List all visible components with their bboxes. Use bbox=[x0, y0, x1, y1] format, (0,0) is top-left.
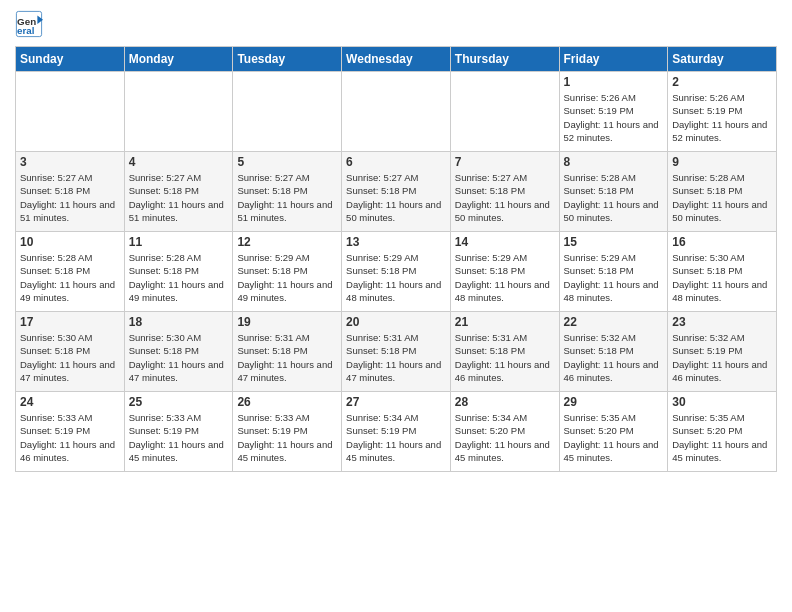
calendar-cell: 29Sunrise: 5:35 AM Sunset: 5:20 PM Dayli… bbox=[559, 392, 668, 472]
calendar-cell: 11Sunrise: 5:28 AM Sunset: 5:18 PM Dayli… bbox=[124, 232, 233, 312]
calendar-cell: 30Sunrise: 5:35 AM Sunset: 5:20 PM Dayli… bbox=[668, 392, 777, 472]
day-number: 10 bbox=[20, 235, 120, 249]
day-number: 23 bbox=[672, 315, 772, 329]
cell-info: Sunrise: 5:28 AM Sunset: 5:18 PM Dayligh… bbox=[129, 251, 229, 304]
day-number: 2 bbox=[672, 75, 772, 89]
calendar-cell: 18Sunrise: 5:30 AM Sunset: 5:18 PM Dayli… bbox=[124, 312, 233, 392]
calendar-cell bbox=[450, 72, 559, 152]
day-number: 3 bbox=[20, 155, 120, 169]
calendar-cell: 22Sunrise: 5:32 AM Sunset: 5:18 PM Dayli… bbox=[559, 312, 668, 392]
cell-info: Sunrise: 5:35 AM Sunset: 5:20 PM Dayligh… bbox=[564, 411, 664, 464]
cell-info: Sunrise: 5:26 AM Sunset: 5:19 PM Dayligh… bbox=[564, 91, 664, 144]
week-row-2: 3Sunrise: 5:27 AM Sunset: 5:18 PM Daylig… bbox=[16, 152, 777, 232]
cell-info: Sunrise: 5:30 AM Sunset: 5:18 PM Dayligh… bbox=[20, 331, 120, 384]
calendar-cell: 21Sunrise: 5:31 AM Sunset: 5:18 PM Dayli… bbox=[450, 312, 559, 392]
calendar-cell: 17Sunrise: 5:30 AM Sunset: 5:18 PM Dayli… bbox=[16, 312, 125, 392]
calendar-cell: 2Sunrise: 5:26 AM Sunset: 5:19 PM Daylig… bbox=[668, 72, 777, 152]
cell-info: Sunrise: 5:30 AM Sunset: 5:18 PM Dayligh… bbox=[129, 331, 229, 384]
day-number: 25 bbox=[129, 395, 229, 409]
logo: Gen eral bbox=[15, 10, 47, 38]
calendar-cell: 19Sunrise: 5:31 AM Sunset: 5:18 PM Dayli… bbox=[233, 312, 342, 392]
weekday-friday: Friday bbox=[559, 47, 668, 72]
day-number: 28 bbox=[455, 395, 555, 409]
calendar-cell: 12Sunrise: 5:29 AM Sunset: 5:18 PM Dayli… bbox=[233, 232, 342, 312]
cell-info: Sunrise: 5:26 AM Sunset: 5:19 PM Dayligh… bbox=[672, 91, 772, 144]
weekday-monday: Monday bbox=[124, 47, 233, 72]
calendar-cell bbox=[233, 72, 342, 152]
cell-info: Sunrise: 5:31 AM Sunset: 5:18 PM Dayligh… bbox=[455, 331, 555, 384]
cell-info: Sunrise: 5:34 AM Sunset: 5:20 PM Dayligh… bbox=[455, 411, 555, 464]
logo-icon: Gen eral bbox=[15, 10, 43, 38]
day-number: 26 bbox=[237, 395, 337, 409]
calendar-cell: 4Sunrise: 5:27 AM Sunset: 5:18 PM Daylig… bbox=[124, 152, 233, 232]
calendar-cell bbox=[124, 72, 233, 152]
day-number: 19 bbox=[237, 315, 337, 329]
cell-info: Sunrise: 5:33 AM Sunset: 5:19 PM Dayligh… bbox=[129, 411, 229, 464]
day-number: 21 bbox=[455, 315, 555, 329]
day-number: 6 bbox=[346, 155, 446, 169]
day-number: 8 bbox=[564, 155, 664, 169]
day-number: 11 bbox=[129, 235, 229, 249]
page-header: Gen eral bbox=[15, 10, 777, 38]
cell-info: Sunrise: 5:27 AM Sunset: 5:18 PM Dayligh… bbox=[455, 171, 555, 224]
cell-info: Sunrise: 5:29 AM Sunset: 5:18 PM Dayligh… bbox=[564, 251, 664, 304]
day-number: 29 bbox=[564, 395, 664, 409]
week-row-4: 17Sunrise: 5:30 AM Sunset: 5:18 PM Dayli… bbox=[16, 312, 777, 392]
cell-info: Sunrise: 5:30 AM Sunset: 5:18 PM Dayligh… bbox=[672, 251, 772, 304]
svg-text:eral: eral bbox=[17, 25, 35, 36]
weekday-thursday: Thursday bbox=[450, 47, 559, 72]
calendar-cell: 16Sunrise: 5:30 AM Sunset: 5:18 PM Dayli… bbox=[668, 232, 777, 312]
cell-info: Sunrise: 5:35 AM Sunset: 5:20 PM Dayligh… bbox=[672, 411, 772, 464]
calendar-cell: 8Sunrise: 5:28 AM Sunset: 5:18 PM Daylig… bbox=[559, 152, 668, 232]
day-number: 5 bbox=[237, 155, 337, 169]
weekday-header-row: SundayMondayTuesdayWednesdayThursdayFrid… bbox=[16, 47, 777, 72]
cell-info: Sunrise: 5:29 AM Sunset: 5:18 PM Dayligh… bbox=[346, 251, 446, 304]
calendar-cell: 23Sunrise: 5:32 AM Sunset: 5:19 PM Dayli… bbox=[668, 312, 777, 392]
day-number: 12 bbox=[237, 235, 337, 249]
week-row-1: 1Sunrise: 5:26 AM Sunset: 5:19 PM Daylig… bbox=[16, 72, 777, 152]
day-number: 27 bbox=[346, 395, 446, 409]
calendar-cell: 20Sunrise: 5:31 AM Sunset: 5:18 PM Dayli… bbox=[342, 312, 451, 392]
day-number: 24 bbox=[20, 395, 120, 409]
calendar-cell: 10Sunrise: 5:28 AM Sunset: 5:18 PM Dayli… bbox=[16, 232, 125, 312]
cell-info: Sunrise: 5:28 AM Sunset: 5:18 PM Dayligh… bbox=[564, 171, 664, 224]
calendar-cell: 15Sunrise: 5:29 AM Sunset: 5:18 PM Dayli… bbox=[559, 232, 668, 312]
day-number: 20 bbox=[346, 315, 446, 329]
calendar-cell: 28Sunrise: 5:34 AM Sunset: 5:20 PM Dayli… bbox=[450, 392, 559, 472]
day-number: 17 bbox=[20, 315, 120, 329]
cell-info: Sunrise: 5:34 AM Sunset: 5:19 PM Dayligh… bbox=[346, 411, 446, 464]
cell-info: Sunrise: 5:28 AM Sunset: 5:18 PM Dayligh… bbox=[672, 171, 772, 224]
calendar-cell: 26Sunrise: 5:33 AM Sunset: 5:19 PM Dayli… bbox=[233, 392, 342, 472]
calendar-cell: 1Sunrise: 5:26 AM Sunset: 5:19 PM Daylig… bbox=[559, 72, 668, 152]
weekday-sunday: Sunday bbox=[16, 47, 125, 72]
calendar-cell: 9Sunrise: 5:28 AM Sunset: 5:18 PM Daylig… bbox=[668, 152, 777, 232]
calendar-cell: 6Sunrise: 5:27 AM Sunset: 5:18 PM Daylig… bbox=[342, 152, 451, 232]
cell-info: Sunrise: 5:33 AM Sunset: 5:19 PM Dayligh… bbox=[237, 411, 337, 464]
week-row-3: 10Sunrise: 5:28 AM Sunset: 5:18 PM Dayli… bbox=[16, 232, 777, 312]
weekday-tuesday: Tuesday bbox=[233, 47, 342, 72]
calendar-cell: 7Sunrise: 5:27 AM Sunset: 5:18 PM Daylig… bbox=[450, 152, 559, 232]
cell-info: Sunrise: 5:27 AM Sunset: 5:18 PM Dayligh… bbox=[346, 171, 446, 224]
calendar-body: 1Sunrise: 5:26 AM Sunset: 5:19 PM Daylig… bbox=[16, 72, 777, 472]
day-number: 16 bbox=[672, 235, 772, 249]
calendar-cell: 3Sunrise: 5:27 AM Sunset: 5:18 PM Daylig… bbox=[16, 152, 125, 232]
calendar-cell: 5Sunrise: 5:27 AM Sunset: 5:18 PM Daylig… bbox=[233, 152, 342, 232]
day-number: 18 bbox=[129, 315, 229, 329]
week-row-5: 24Sunrise: 5:33 AM Sunset: 5:19 PM Dayli… bbox=[16, 392, 777, 472]
day-number: 1 bbox=[564, 75, 664, 89]
day-number: 14 bbox=[455, 235, 555, 249]
weekday-wednesday: Wednesday bbox=[342, 47, 451, 72]
weekday-saturday: Saturday bbox=[668, 47, 777, 72]
cell-info: Sunrise: 5:29 AM Sunset: 5:18 PM Dayligh… bbox=[455, 251, 555, 304]
cell-info: Sunrise: 5:32 AM Sunset: 5:18 PM Dayligh… bbox=[564, 331, 664, 384]
cell-info: Sunrise: 5:33 AM Sunset: 5:19 PM Dayligh… bbox=[20, 411, 120, 464]
calendar-table: SundayMondayTuesdayWednesdayThursdayFrid… bbox=[15, 46, 777, 472]
day-number: 7 bbox=[455, 155, 555, 169]
cell-info: Sunrise: 5:27 AM Sunset: 5:18 PM Dayligh… bbox=[129, 171, 229, 224]
calendar-cell bbox=[16, 72, 125, 152]
cell-info: Sunrise: 5:32 AM Sunset: 5:19 PM Dayligh… bbox=[672, 331, 772, 384]
calendar-cell: 27Sunrise: 5:34 AM Sunset: 5:19 PM Dayli… bbox=[342, 392, 451, 472]
cell-info: Sunrise: 5:29 AM Sunset: 5:18 PM Dayligh… bbox=[237, 251, 337, 304]
day-number: 9 bbox=[672, 155, 772, 169]
day-number: 22 bbox=[564, 315, 664, 329]
